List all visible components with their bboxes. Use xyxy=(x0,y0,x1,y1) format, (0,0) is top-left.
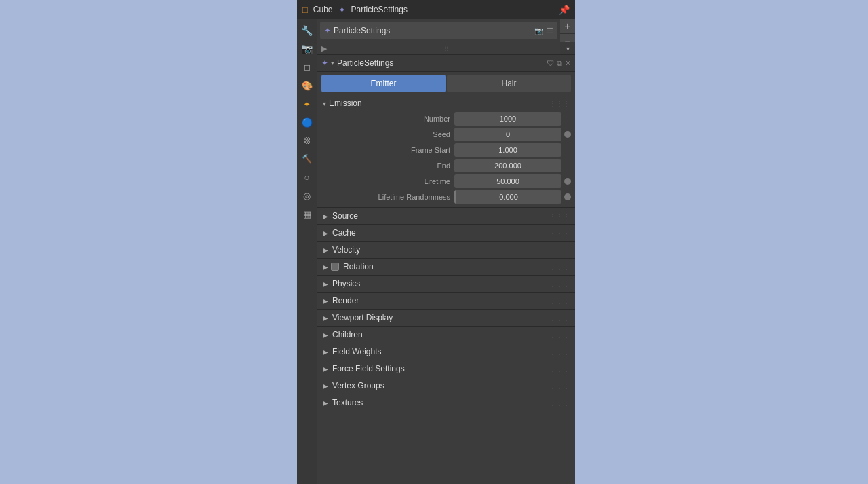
framestart-value[interactable]: 1.000 xyxy=(454,143,561,157)
emission-title: Emission xyxy=(329,98,547,108)
render-section: ▶ Render ⋮⋮⋮ xyxy=(317,292,575,309)
vertex-groups-row[interactable]: ▶ Vertex Groups ⋮⋮⋮ xyxy=(317,377,575,394)
source-row[interactable]: ▶ Source ⋮⋮⋮ xyxy=(317,208,575,224)
particle-slot-camera-icon: 📷 xyxy=(534,26,544,35)
emission-header: ▾ Emission ⋮⋮⋮ xyxy=(321,95,571,111)
physics-arrow: ▶ xyxy=(323,280,328,288)
field-row-lifetime-rand: Lifetime Randomness 0.000 xyxy=(321,189,571,204)
number-value[interactable]: 1000 xyxy=(454,112,561,126)
field-row-end: End 200.000 xyxy=(321,158,571,173)
children-section: ▶ Children ⋮⋮⋮ xyxy=(317,326,575,343)
rotation-section: ▶ Rotation ⋮⋮⋮ xyxy=(317,258,575,275)
seed-dot[interactable] xyxy=(564,131,571,138)
field-weights-row[interactable]: ▶ Field Weights ⋮⋮⋮ xyxy=(317,343,575,360)
render-arrow: ▶ xyxy=(323,297,328,305)
source-arrow: ▶ xyxy=(323,212,328,220)
particle-slot-icon: ✦ xyxy=(324,26,331,35)
number-label: Number xyxy=(321,115,454,123)
sidebar-icon-physics[interactable]: 🔵 xyxy=(298,113,316,131)
force-field-settings-row[interactable]: ▶ Force Field Settings ⋮⋮⋮ xyxy=(317,360,575,377)
physics-row[interactable]: ▶ Physics ⋮⋮⋮ xyxy=(317,276,575,292)
lifetime-label: Lifetime xyxy=(321,177,454,185)
lifetime-rand-value[interactable]: 0.000 xyxy=(454,190,561,204)
seed-label: Seed xyxy=(321,130,454,138)
render-title: Render xyxy=(332,296,549,305)
source-menu[interactable]: ⋮⋮⋮ xyxy=(549,212,570,220)
rotation-row[interactable]: ▶ Rotation ⋮⋮⋮ xyxy=(317,259,575,275)
field-weights-title: Field Weights xyxy=(332,347,549,356)
source-section: ▶ Source ⋮⋮⋮ xyxy=(317,207,575,224)
velocity-menu[interactable]: ⋮⋮⋮ xyxy=(549,246,570,254)
children-row[interactable]: ▶ Children ⋮⋮⋮ xyxy=(317,327,575,343)
field-row-lifetime: Lifetime 50.000 xyxy=(321,174,571,189)
force-field-settings-menu[interactable]: ⋮⋮⋮ xyxy=(549,365,570,373)
ps-row-arrow[interactable]: ▾ xyxy=(331,60,334,67)
sidebar-icon-tools[interactable]: 🔧 xyxy=(298,22,316,39)
ps-row-icon: ✦ xyxy=(321,58,328,68)
scrollable-content: ▾ Emission ⋮⋮⋮ Number 1000 Seed 0 Frame … xyxy=(317,95,575,484)
children-menu[interactable]: ⋮⋮⋮ xyxy=(549,331,570,339)
viewport-display-title: Viewport Display xyxy=(332,313,549,322)
header-particle-label: ParticleSettings xyxy=(351,5,408,14)
sidebar-icon-scene[interactable]: 📷 xyxy=(298,40,316,58)
viewport-display-row[interactable]: ▶ Viewport Display ⋮⋮⋮ xyxy=(317,310,575,326)
children-title: Children xyxy=(332,330,549,339)
framestart-label: Frame Start xyxy=(321,146,454,154)
seed-value[interactable]: 0 xyxy=(454,128,561,141)
particle-settings-slot[interactable]: ✦ ParticleSettings 📷 ☰ xyxy=(320,22,557,39)
play-button[interactable]: ▶ xyxy=(321,44,327,53)
particle-slot-name: ParticleSettings xyxy=(334,26,532,35)
lifetime-dot[interactable] xyxy=(564,178,571,185)
viewport-display-arrow: ▶ xyxy=(323,314,328,322)
lifetime-value[interactable]: 50.000 xyxy=(454,174,561,188)
sidebar-icon-render[interactable]: 🎨 xyxy=(298,77,316,94)
rotation-arrow: ▶ xyxy=(323,263,328,271)
ps-row-close[interactable]: ✕ xyxy=(565,59,571,68)
sidebar-icon-particles[interactable]: ✦ xyxy=(298,95,316,113)
ps-row-shield[interactable]: 🛡 xyxy=(547,59,554,67)
top-header-bar: □ Cube ✦ ParticleSettings 📌 xyxy=(297,0,575,19)
render-row[interactable]: ▶ Render ⋮⋮⋮ xyxy=(317,293,575,309)
sidebar-icon-object[interactable]: ○ xyxy=(298,168,316,186)
tab-hair[interactable]: Hair xyxy=(447,75,571,92)
emission-arrow[interactable]: ▾ xyxy=(323,100,326,107)
cache-row[interactable]: ▶ Cache ⋮⋮⋮ xyxy=(317,225,575,241)
physics-menu[interactable]: ⋮⋮⋮ xyxy=(549,280,570,288)
textures-row[interactable]: ▶ Textures ⋮⋮⋮ xyxy=(317,394,575,411)
rotation-menu[interactable]: ⋮⋮⋮ xyxy=(549,263,570,271)
cache-section: ▶ Cache ⋮⋮⋮ xyxy=(317,224,575,241)
vertex-groups-arrow: ▶ xyxy=(323,382,328,390)
sidebar-icon-data[interactable]: ▦ xyxy=(298,205,316,223)
field-weights-menu[interactable]: ⋮⋮⋮ xyxy=(549,348,570,356)
textures-menu[interactable]: ⋮⋮⋮ xyxy=(549,399,570,407)
force-field-settings-arrow: ▶ xyxy=(323,365,328,373)
force-field-settings-title: Force Field Settings xyxy=(332,364,549,373)
end-label: End xyxy=(321,162,454,170)
sidebar-icon-constraints[interactable]: ⛓ xyxy=(298,132,316,149)
end-value[interactable]: 200.000 xyxy=(454,159,561,172)
vertex-groups-menu[interactable]: ⋮⋮⋮ xyxy=(549,382,570,390)
field-row-number: Number 1000 xyxy=(321,111,571,126)
viewport-display-section: ▶ Viewport Display ⋮⋮⋮ xyxy=(317,309,575,326)
particle-list-area: ✦ ParticleSettings 📷 ☰ + − ▶ ⠿ ▾ xyxy=(317,19,575,54)
main-content: ✦ ParticleSettings 📷 ☰ + − ▶ ⠿ ▾ ✦ ▾ Par… xyxy=(317,19,575,484)
ps-row-copy[interactable]: ⧉ xyxy=(557,59,562,68)
add-particle-button[interactable]: + xyxy=(560,19,575,34)
children-arrow: ▶ xyxy=(323,331,328,339)
viewport-display-menu[interactable]: ⋮⋮⋮ xyxy=(549,314,570,322)
rotation-checkbox[interactable] xyxy=(331,263,339,271)
sidebar-icon-modifier[interactable]: 🔨 xyxy=(298,150,316,168)
field-weights-section: ▶ Field Weights ⋮⋮⋮ xyxy=(317,343,575,360)
sidebar-icon-view[interactable]: ◻ xyxy=(298,58,316,76)
field-weights-arrow: ▶ xyxy=(323,348,328,356)
render-menu[interactable]: ⋮⋮⋮ xyxy=(549,297,570,305)
header-pin-icon[interactable]: 📌 xyxy=(559,5,570,15)
velocity-row[interactable]: ▶ Velocity ⋮⋮⋮ xyxy=(317,242,575,258)
cache-menu[interactable]: ⋮⋮⋮ xyxy=(549,229,570,237)
expand-button[interactable]: ▾ xyxy=(560,42,575,54)
field-row-framestart: Frame Start 1.000 xyxy=(321,143,571,157)
tab-emitter[interactable]: Emitter xyxy=(321,75,446,92)
lifetime-rand-dot[interactable] xyxy=(564,193,571,200)
emission-menu[interactable]: ⋮⋮⋮ xyxy=(549,100,570,107)
sidebar-icon-world[interactable]: ◎ xyxy=(298,187,316,204)
